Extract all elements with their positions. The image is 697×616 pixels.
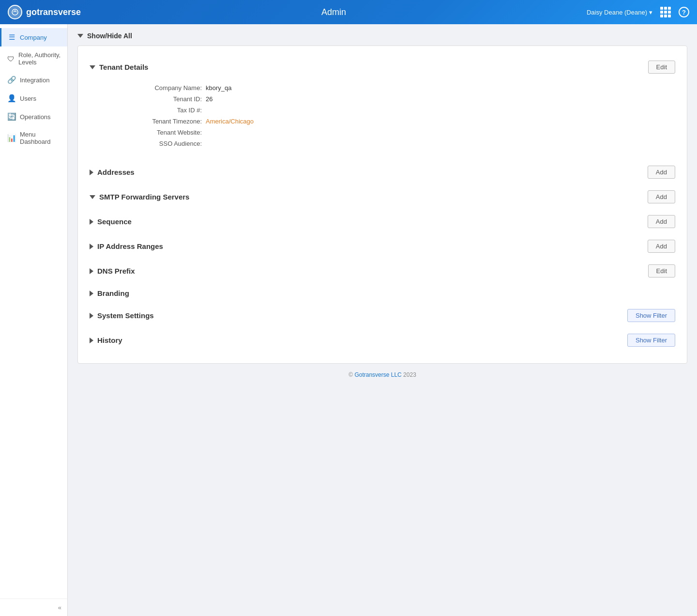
operations-icon: 🔄 [7,112,16,121]
field-tax-id: Tax ID #: [109,107,675,114]
sidebar-collapse-button[interactable]: « [0,599,67,616]
apps-icon[interactable] [660,7,671,17]
field-tenant-id: Tenant ID: 26 [109,95,675,103]
field-tenant-timezone-value[interactable]: America/Chicago [206,118,254,125]
sidebar-item-integration[interactable]: 🔗 Integration [0,71,67,89]
menu-dashboard-icon: 📊 [7,134,16,142]
footer-copyright: © [348,371,354,378]
user-dropdown-icon: ▾ [649,9,652,16]
section-ip-ranges-title: IP Address Ranges [97,242,163,250]
sidebar-item-users-label: Users [20,95,36,102]
section-ip-ranges-header: IP Address Ranges Add [90,235,675,258]
sidebar-item-role-label: Role, Authority, Levels [18,51,61,66]
history-show-filter-button[interactable]: Show Filter [627,334,675,347]
section-tenant-details-header: Tenant Details Edit [90,56,675,78]
section-branding-header: Branding [90,284,675,302]
sidebar-item-role[interactable]: 🛡 Role, Authority, Levels [0,46,67,71]
section-smtp-title: SMTP Forwarding Servers [99,193,189,201]
system-settings-expand-icon [90,313,93,319]
dns-prefix-edit-button[interactable]: Edit [648,264,675,277]
content-card: Tenant Details Edit Company Name: kbory_… [77,46,687,364]
branding-expand-icon [90,291,93,296]
field-company-name: Company Name: kbory_qa [109,84,675,92]
section-smtp: SMTP Forwarding Servers Add [90,185,675,208]
section-addresses-title-row[interactable]: Addresses [90,168,135,176]
section-dns-prefix-title-row[interactable]: DNS Prefix [90,267,135,275]
dns-prefix-expand-icon [90,268,93,274]
field-tenant-id-value: 26 [206,95,212,103]
section-tenant-details-title: Tenant Details [99,63,148,71]
ip-ranges-expand-icon [90,244,93,249]
svg-point-0 [12,9,18,15]
footer-link[interactable]: Gotransverse LLC [354,371,401,378]
sidebar-item-menu-dashboard-label: Menu Dashboard [20,131,61,145]
section-system-settings: System Settings Show Filter [90,304,675,327]
section-dns-prefix-title: DNS Prefix [97,267,135,275]
sidebar-item-company[interactable]: ☰ Company [0,28,67,46]
sidebar: ☰ Company 🛡 Role, Authority, Levels 🔗 In… [0,24,68,616]
field-tenant-website: Tenant Website: [109,129,675,136]
system-settings-show-filter-button[interactable]: Show Filter [627,309,675,322]
section-history: History Show Filter [90,329,675,352]
field-tenant-id-label: Tenant ID: [109,95,206,103]
section-history-header: History Show Filter [90,329,675,352]
role-icon: 🛡 [7,55,15,63]
tenant-details-collapse-icon [90,65,95,69]
company-icon: ☰ [7,33,16,42]
sequence-expand-icon [90,219,93,225]
tenant-fields: Company Name: kbory_qa Tenant ID: 26 Tax… [90,78,675,159]
sequence-add-button[interactable]: Add [648,215,675,228]
section-ip-ranges-title-row[interactable]: IP Address Ranges [90,242,163,250]
section-tenant-details-title-row[interactable]: Tenant Details [90,63,148,71]
header-title: Admin [81,7,587,17]
sidebar-item-menu-dashboard[interactable]: 📊 Menu Dashboard [0,126,67,150]
field-company-name-label: Company Name: [109,84,206,92]
section-sequence-header: Sequence Add [90,210,675,233]
logo[interactable]: gotransverse [8,5,81,19]
main-content: Show/Hide All Tenant Details Edit Compan… [68,24,697,616]
addresses-add-button[interactable]: Add [648,166,675,179]
logo-text: gotransverse [26,7,81,17]
sidebar-item-operations-label: Operations [20,113,51,121]
help-icon[interactable]: ? [679,7,689,17]
smtp-add-button[interactable]: Add [648,190,675,203]
show-hide-triangle [77,34,83,38]
logo-icon [8,5,22,19]
field-tax-id-label: Tax ID #: [109,107,206,114]
section-sequence: Sequence Add [90,210,675,233]
history-expand-icon [90,338,93,343]
section-history-title: History [97,336,122,344]
collapse-icon: « [58,604,61,611]
layout: ☰ Company 🛡 Role, Authority, Levels 🔗 In… [0,24,697,616]
field-company-name-value: kbory_qa [206,84,231,92]
ip-ranges-add-button[interactable]: Add [648,240,675,253]
user-name: Daisy Deane (Deane) [587,9,647,16]
show-hide-all[interactable]: Show/Hide All [77,32,687,40]
section-tenant-details: Tenant Details Edit Company Name: kbory_… [90,56,675,159]
section-system-settings-title-row[interactable]: System Settings [90,311,154,320]
header-right: Daisy Deane (Deane) ▾ ? [587,7,689,17]
footer: © Gotransverse LLC 2023 [77,364,687,382]
show-hide-label: Show/Hide All [87,32,132,40]
app-header: gotransverse Admin Daisy Deane (Deane) ▾… [0,0,697,24]
field-sso-audience: SSO Audience: [109,140,675,147]
section-branding-title-row[interactable]: Branding [90,289,129,297]
section-history-title-row[interactable]: History [90,336,122,344]
tenant-details-edit-button[interactable]: Edit [648,61,675,74]
sidebar-item-operations[interactable]: 🔄 Operations [0,108,67,126]
integration-icon: 🔗 [7,76,16,84]
sidebar-item-integration-label: Integration [20,77,49,84]
user-menu[interactable]: Daisy Deane (Deane) ▾ [587,9,652,16]
section-dns-prefix-header: DNS Prefix Edit [90,260,675,282]
section-system-settings-header: System Settings Show Filter [90,304,675,327]
sidebar-item-company-label: Company [20,34,47,41]
section-smtp-title-row[interactable]: SMTP Forwarding Servers [90,193,189,201]
field-tenant-website-label: Tenant Website: [109,129,206,136]
section-sequence-title-row[interactable]: Sequence [90,217,132,226]
section-dns-prefix: DNS Prefix Edit [90,260,675,282]
section-smtp-header: SMTP Forwarding Servers Add [90,185,675,208]
sidebar-item-users[interactable]: 👤 Users [0,89,67,108]
section-addresses-title: Addresses [97,168,135,176]
footer-year: 2023 [403,371,416,378]
section-ip-ranges: IP Address Ranges Add [90,235,675,258]
